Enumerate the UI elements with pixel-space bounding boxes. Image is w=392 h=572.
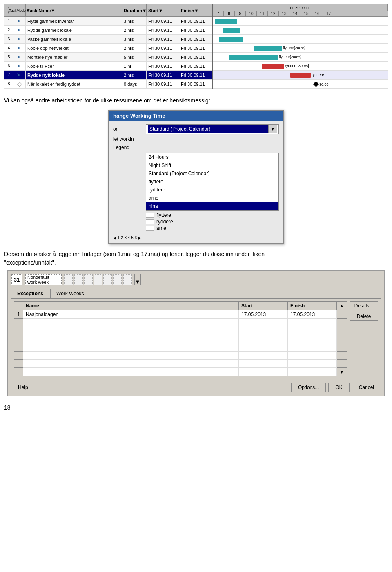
cwt-dropdown[interactable]: Standard (Project Calendar) ▼ xyxy=(146,124,279,134)
cwt-legend-label: Legend xyxy=(113,145,146,150)
row-number: 1 xyxy=(14,310,23,319)
calendar-day-number: 31 xyxy=(11,274,22,285)
cwt-titlebar: hange Working Time xyxy=(109,111,283,121)
table-row[interactable]: 1 Nasjonaldagen 17.05.2013 17.05.2013 xyxy=(14,310,347,319)
calendar-week-label: Nondefault work week xyxy=(25,274,62,285)
calendar-cell[interactable] xyxy=(103,274,112,285)
options-button[interactable]: Options... xyxy=(291,383,326,392)
gantt-bar-row-5: flyttere[200%] xyxy=(213,53,388,62)
legend-box-icon xyxy=(146,219,154,224)
body-text-2b: "exceptions/unntak". xyxy=(4,259,56,266)
table-row[interactable] xyxy=(14,343,347,352)
exception-finish[interactable]: 17.05.2013 xyxy=(288,310,337,319)
task-bar-2 xyxy=(223,28,240,33)
cwt-list-item-nina[interactable]: nina xyxy=(146,202,278,210)
task-bar-7 xyxy=(290,73,311,78)
scroll-col-header: ▲ xyxy=(337,302,347,310)
legend-label-arne: arne xyxy=(156,225,166,231)
table-row[interactable] xyxy=(14,360,347,368)
cwt-list-item-standard[interactable]: Standard (Project Calendar) xyxy=(146,169,278,178)
gantt-header: ℹ # Task Mode ▼ Task Name ▼ Duration ▼ S… xyxy=(4,4,212,17)
table-row[interactable] xyxy=(14,335,347,343)
table-row[interactable] xyxy=(14,327,347,335)
delete-button[interactable]: Delete xyxy=(350,312,378,321)
calendar-cell[interactable] xyxy=(64,274,73,285)
task-bar-3 xyxy=(219,37,243,42)
task-mode-icon xyxy=(17,18,22,24)
task-mode-icon xyxy=(17,45,22,51)
cwt-list-item-arne[interactable]: arne xyxy=(146,194,278,202)
col-mode: Task Mode ▼ xyxy=(13,4,26,16)
col-finish: Finish ▼ xyxy=(179,4,212,16)
calendar-cell[interactable] xyxy=(74,274,83,285)
details-button[interactable]: Details... xyxy=(350,301,378,310)
gantt-bar-row-3 xyxy=(213,35,388,44)
cwt-pagination: ◀ 1 2 3 4 5 6 ▶ xyxy=(113,234,279,240)
task-mode-icon xyxy=(17,72,22,78)
cwt-body: or: Standard (Project Calendar) ▼ iet wo… xyxy=(109,121,283,243)
bar-label-7: ryddere xyxy=(312,73,324,77)
gantt-chart-date-header: Fri 30.09.11 xyxy=(213,4,388,11)
help-button[interactable]: Help xyxy=(11,383,35,392)
table-row[interactable]: 7 Rydde nytt lokale 2 hrs Fri 30.09.11 F… xyxy=(4,71,212,80)
table-row[interactable]: 5 Montere nye møbler 5 hrs Fri 30.09.11 … xyxy=(4,53,212,62)
exceptions-dialog: 31 Nondefault work week ▼ Exceptions Wor… xyxy=(7,270,385,396)
calendar-cell[interactable] xyxy=(123,274,132,285)
gantt-left-panel: ℹ # Task Mode ▼ Task Name ▼ Duration ▼ S… xyxy=(4,4,213,89)
scroll-col-cell xyxy=(337,310,347,319)
calendar-cell[interactable] xyxy=(94,274,102,285)
legend-label-flyttere: flyttere xyxy=(156,212,171,218)
cwt-list-item-24h[interactable]: 24 Hours xyxy=(146,153,278,161)
table-row[interactable] xyxy=(14,352,347,360)
gantt-bar-row-1 xyxy=(213,17,388,26)
cancel-button[interactable]: Cancel xyxy=(352,383,381,392)
cwt-title: hange Working Time xyxy=(113,113,165,119)
tab-exceptions[interactable]: Exceptions xyxy=(11,289,49,298)
table-row[interactable]: 8 ◇ Når lokalet er ferdig ryddet 0 days … xyxy=(4,80,212,89)
table-row[interactable]: ▼ xyxy=(14,368,347,376)
gantt-bar-row-7: ryddere xyxy=(213,71,388,80)
cwt-list: 24 Hours Night Shift Standard (Project C… xyxy=(146,153,279,211)
dropdown-arrow-icon[interactable]: ▼ xyxy=(268,125,277,133)
tab-workweeks[interactable]: Work Weeks xyxy=(50,289,90,298)
table-row[interactable] xyxy=(14,319,347,327)
cwt-list-item-nightshift[interactable]: Night Shift xyxy=(146,161,278,169)
exception-name[interactable]: Nasjonaldagen xyxy=(23,310,239,319)
table-row[interactable]: 3 Vaske gammelt lokale 3 hrs Fri 30.09.1… xyxy=(4,35,212,44)
bar-label-4: flyttere[200%] xyxy=(283,46,305,50)
table-row[interactable]: 2 Rydde gammelt lokale 2 hrs Fri 30.09.1… xyxy=(4,26,212,35)
tab-content-exceptions: Name Start Finish ▲ 1 Nasjonaldagen 17.0… xyxy=(11,298,381,379)
cwt-list-item-ryddere[interactable]: ryddere xyxy=(146,186,278,194)
col-duration: Duration ▼ xyxy=(122,4,147,16)
cwt-legend-arne: arne xyxy=(146,225,279,231)
gantt-chart-area: Fri 30.09.11 7 8 9 10 11 12 13 14 15 16 … xyxy=(213,4,388,89)
table-row[interactable]: 6 Koble til Pcer 1 hr Fri 30.09.11 Fri 3… xyxy=(4,62,212,71)
cwt-working-row: iet workin xyxy=(113,136,279,142)
calendar-cell[interactable] xyxy=(84,274,93,285)
cwt-legend-flyttere: flyttere xyxy=(146,212,279,218)
table-row[interactable]: 4 Koble opp nettverket 2 hrs Fri 30.09.1… xyxy=(4,44,212,53)
body-text-2: Dersom du ønsker å legge inn fridager (s… xyxy=(4,250,388,267)
table-row[interactable]: 1 Flytte gammelt inventar 3 hrs Fri 30.0… xyxy=(4,17,212,26)
col-finish-header: Finish xyxy=(288,302,337,310)
cwt-dropdown-selected: Standard (Project Calendar) xyxy=(148,125,268,133)
table-container: Name Start Finish ▲ 1 Nasjonaldagen 17.0… xyxy=(14,301,347,376)
calendar-cells xyxy=(64,274,132,285)
gantt-chart-num-header: 7 8 9 10 11 12 13 14 15 16 17 xyxy=(213,11,388,17)
calendar-widget-row: 31 Nondefault work week ▼ xyxy=(11,274,381,285)
bar-label-6: ryddere[300%] xyxy=(285,64,309,68)
cwt-working-label: iet workin xyxy=(113,136,146,142)
calendar-cell[interactable] xyxy=(113,274,122,285)
col-start-header: Start xyxy=(239,302,288,310)
gantt-bar-row-4: flyttere[200%] xyxy=(213,44,388,53)
exception-start[interactable]: 17.05.2013 xyxy=(239,310,288,319)
exceptions-table-wrapper: Name Start Finish ▲ 1 Nasjonaldagen 17.0… xyxy=(14,301,378,376)
cwt-list-item-flyttere[interactable]: flyttere xyxy=(146,178,278,186)
cwt-legend-row-header: Legend xyxy=(113,145,279,150)
task-mode-icon xyxy=(17,27,22,33)
cwt-legends: flyttere ryddere arne xyxy=(113,212,279,231)
milestone-diamond xyxy=(313,81,319,87)
ok-button[interactable]: OK xyxy=(328,383,349,392)
task-mode-icon xyxy=(17,36,22,42)
calendar-scroll-button[interactable]: ▼ xyxy=(134,274,141,285)
